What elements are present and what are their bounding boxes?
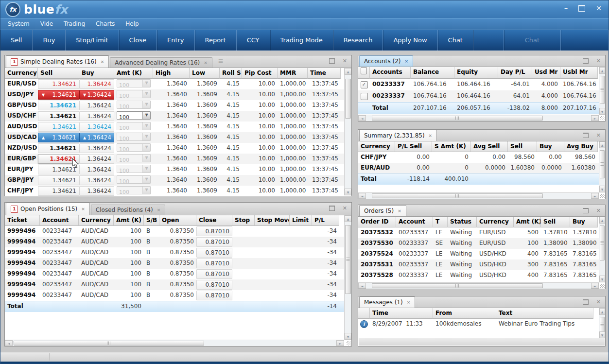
buy-price-cell[interactable]: 1.36424 [79,79,114,89]
scroll-down-button[interactable]: ▼ [599,108,605,115]
close-price-cell[interactable]: 0.87010 [196,248,232,258]
tab-open-positions[interactable]: 1 Open Positions (15) × [6,203,90,215]
orders-row[interactable]: 2037552800233337LEWaitingUSD/HKD4007.831… [358,270,605,281]
tab-closed-positions[interactable]: Closed Positions (4) × [91,205,165,215]
panel-restore-icon[interactable] [583,58,589,64]
column-header-open[interactable]: Open [159,215,196,226]
sell-price-cell[interactable]: 1.34621 [38,175,79,185]
toolbar-button-entry[interactable]: Entry [157,30,195,51]
column-header-buy-price[interactable]: Buy [79,68,114,79]
scroll-up-button[interactable]: ▲ [599,217,605,224]
buy-price-cell[interactable]: 1.36424 [79,165,114,174]
messages-row[interactable]: i8/29/2007 11:33100kdemosalesWebinar Eur… [358,319,605,329]
column-header-amount[interactable]: Amt (K) [114,68,153,79]
summary-row[interactable]: EUR/AUD0.0000.00001.603800.00001.60380 [358,163,605,173]
horizontal-scrollbar[interactable]: ◄ ► [358,115,599,121]
positions-row[interactable]: 999949400233447AUD/CAD100B0.873500.87010… [5,237,351,247]
dealing-row[interactable]: NZD/USD1.346211.36424100▼1.36401.36094.1… [5,143,351,154]
panel-close-icon[interactable]: ✕ [343,206,347,211]
column-header-icon[interactable] [358,308,370,319]
dealing-row[interactable]: EUR/GBP1.346211.36424100▼1.36401.36094.1… [5,154,351,164]
scroll-left-button[interactable]: ◄ [358,193,366,199]
positions-row[interactable]: Total31,500-14 [5,301,351,312]
column-header-account[interactable]: Account [396,217,433,227]
toolbar-button-close[interactable]: Close [119,30,157,51]
scroll-left-button[interactable]: ◄ [5,340,13,346]
summary-row[interactable]: CHF/JPY0.0000.0098.5600.0098.560 [358,152,605,163]
column-header-balance[interactable]: Balance [411,67,454,79]
column-header-roll-s[interactable]: Roll S [220,68,242,79]
menu-item-charts[interactable]: Charts [90,18,120,30]
column-header-sell-price[interactable]: Sell [38,68,79,79]
tab-close-icon[interactable]: × [429,133,433,138]
column-header-currency[interactable]: Currency [358,141,395,152]
positions-row[interactable]: 999949400233447AUD/CAD100B0.873500.87010… [5,279,351,290]
dealing-row[interactable]: USD/CHF1.346211.36424100▼1.36401.36094.1… [5,111,351,121]
dealing-row[interactable]: EUR/USD1.346211.36424100▼1.36401.36094.1… [5,79,351,89]
close-price-cell[interactable]: 0.87010 [196,269,232,279]
sell-price-cell[interactable]: 1.34621 [38,79,79,89]
summary-row[interactable]: Total-118.14400.010 [358,173,605,185]
column-header-s-amt[interactable]: S Amt (K) [432,141,471,152]
scrollbar-thumb[interactable] [14,341,204,346]
scroll-down-button[interactable]: ▼ [599,276,605,282]
buy-price-cell[interactable]: 1.36424 [79,122,114,132]
tab-close-icon[interactable]: × [407,300,411,305]
scrollbar-thumb[interactable] [372,283,543,288]
vertical-scrollbar[interactable]: ▲ ▼ [344,215,351,340]
vertical-scrollbar[interactable]: ▲ ▼ [599,308,605,338]
column-header-currency[interactable]: Currency [79,215,114,226]
buy-price-cell[interactable]: 1.36424 [79,175,114,185]
scrollbar-thumb[interactable] [345,79,351,119]
sell-price-cell[interactable]: ▼1.34621 [38,90,79,100]
tab-messages[interactable]: Messages (1) × [359,296,415,308]
close-price-cell[interactable]: 0.87010 [196,280,232,290]
scroll-up-button[interactable]: ▲ [599,141,605,148]
column-header-avg-buy[interactable]: Avg Buy [564,141,598,152]
column-header-equity[interactable]: Equity [454,67,498,79]
scroll-down-button[interactable]: ▼ [345,333,351,340]
column-header-text[interactable]: Text [496,308,593,319]
vertical-scrollbar[interactable]: ▲ ▼ [344,68,351,195]
window-maximize-icon[interactable] [578,5,585,12]
positions-row[interactable]: 999949400233447AUD/CAD100B0.873500.87010… [5,290,351,301]
tab-advanced-dealing-rates[interactable]: Advanced Dealing Rates (16) × [110,57,212,68]
column-header-avg-sell[interactable]: Avg Sell [471,141,508,152]
close-price-cell[interactable]: 0.87010 [196,237,232,247]
column-header-account[interactable]: Accounts [370,67,411,79]
column-header-low[interactable]: Low [190,68,220,79]
horizontal-scrollbar[interactable]: ◄ ► [5,340,344,346]
scroll-right-button[interactable]: ► [336,340,344,346]
scroll-right-button[interactable]: ► [591,193,599,199]
column-header-mmr[interactable]: MMR [278,68,308,79]
dealing-row[interactable]: GBP/USD1.346211.36424100▼1.36401.36094.1… [5,100,351,111]
vertical-scrollbar[interactable]: ▲ ▼ [599,141,605,192]
scrollbar-thumb[interactable] [600,317,605,332]
column-header-sell[interactable]: Sell [541,217,570,227]
column-header-usd-mr[interactable]: Usd Mr [532,67,560,79]
panel-close-icon[interactable]: ✕ [343,59,347,64]
scrollbar-thumb[interactable] [372,193,543,198]
column-header-order-id[interactable]: Order ID [358,217,396,227]
column-header-select[interactable] [358,67,370,79]
tab-accounts[interactable]: Accounts (2) × [359,55,413,67]
panel-close-icon[interactable]: ✕ [596,133,601,138]
panel-menu-icon[interactable]: ☰ [218,58,224,65]
scroll-up-button[interactable]: ▲ [345,215,351,222]
column-header-amount[interactable]: Amt (K) [114,215,144,226]
scroll-up-button[interactable]: ▲ [599,308,605,315]
dealing-row[interactable]: AUD/USD1.346211.36424100▼1.36401.36094.1… [5,121,351,132]
toolbar-button-chat[interactable]: Chat [438,30,473,51]
orders-row[interactable]: 2037553000233337SEWaitingEUR/USD1001,380… [358,238,605,249]
column-header-buy[interactable]: Buy [570,217,598,227]
buy-price-cell[interactable]: 1.36424 [79,111,114,121]
accounts-row[interactable]: Total207.107.16206.057.16-138.028.000207… [358,102,605,114]
column-header-time[interactable]: Time [370,308,433,319]
buy-price-cell[interactable]: 1.36424 [79,101,114,110]
column-header-from[interactable]: From [433,308,496,319]
column-header-amount[interactable]: Amt (K) [514,217,541,227]
sell-price-cell[interactable]: 1.34621 [38,122,79,132]
panel-restore-icon[interactable] [583,133,589,138]
dealing-row[interactable]: GBP/JPY1.346211.36424100▼1.36401.36094.1… [5,175,351,186]
menu-item-vide[interactable]: Vide [35,18,58,30]
